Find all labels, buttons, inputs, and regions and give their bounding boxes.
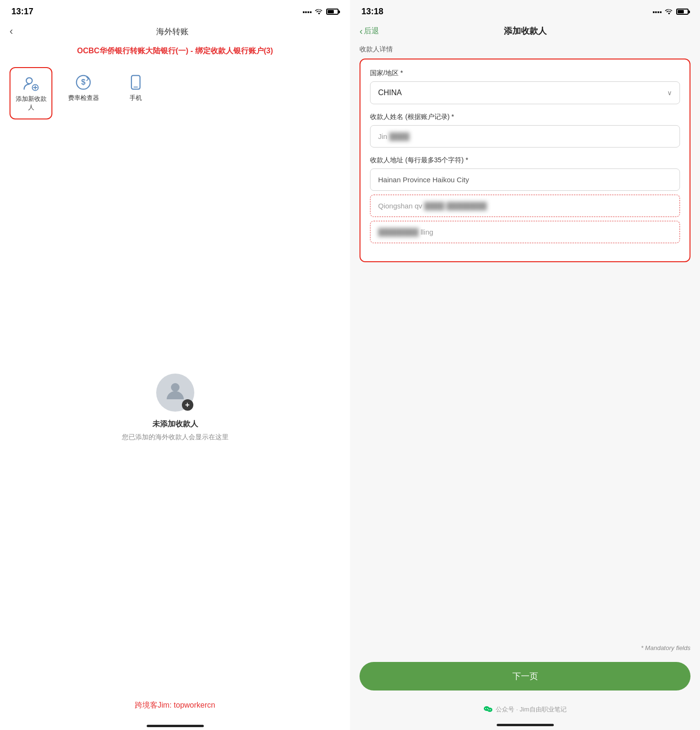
address-line3-blurred-1: ████████ [378, 228, 419, 236]
name-input[interactable]: Jin ████ [370, 125, 680, 148]
country-value: CHINA [378, 89, 402, 97]
phone-label: 手机 [130, 94, 142, 102]
right-back-arrow-icon: ‹ [360, 26, 363, 37]
right-nav: ‹ 后退 添加收款人 [350, 21, 700, 40]
rate-checker-button[interactable]: $ 费率检查器 [62, 67, 105, 119]
country-field-group: 国家/地区 * CHINA ∨ [370, 69, 680, 104]
svg-point-13 [489, 710, 490, 710]
name-blurred: ████ [389, 132, 410, 140]
right-status-time: 13:18 [361, 7, 383, 17]
next-button-container: 下一页 [350, 654, 700, 700]
svg-text:$: $ [81, 78, 85, 86]
country-select[interactable]: CHINA ∨ [370, 81, 680, 104]
form-card: 国家/地区 * CHINA ∨ 收款人姓名 (根据账户记录) * Jin ███… [360, 59, 690, 262]
footer-text: 公众号 · Jim自由职业笔记 [496, 705, 566, 714]
left-status-bar: 13:17 ▪▪▪▪ [0, 0, 350, 21]
right-back-button[interactable]: ‹ 后退 [360, 26, 379, 37]
address-label: 收款人地址 (每行最多35个字符) * [370, 156, 680, 165]
add-new-payee-label: 添加新收款人 [15, 95, 47, 112]
name-field-group: 收款人姓名 (根据账户记录) * Jin ████ [370, 113, 680, 148]
address-line1-input[interactable]: Hainan Province Haikou City [370, 168, 680, 191]
left-status-icons: ▪▪▪▪ [302, 8, 339, 16]
person-add-icon [22, 75, 40, 92]
name-label: 收款人姓名 (根据账户记录) * [370, 113, 680, 121]
wechat-icon [483, 705, 493, 714]
right-battery-icon [676, 9, 689, 15]
svg-point-11 [485, 708, 486, 709]
right-content: 收款人详情 国家/地区 * CHINA ∨ 收款人姓名 (根据账户记录) * J… [350, 40, 700, 641]
address-field-group: 收款人地址 (每行最多35个字符) * Hainan Province Haik… [370, 156, 680, 243]
left-nav-title: 海外转账 [19, 26, 326, 37]
svg-point-0 [26, 78, 32, 84]
svg-point-12 [487, 708, 488, 709]
right-signal-icon: ▪▪▪▪ [652, 8, 662, 16]
avatar-circle: + [156, 374, 194, 412]
mandatory-note: * Mandatory fields [350, 641, 700, 654]
left-nav: ‹ 海外转账 [0, 21, 350, 41]
right-wifi-icon [665, 8, 673, 16]
phone-button[interactable]: 手机 [114, 67, 157, 119]
right-panel: 13:18 ▪▪▪▪ ‹ 后退 添加收款人 收款人详情 国家/地区 * [350, 0, 700, 730]
country-label: 国家/地区 * [370, 69, 680, 78]
svg-point-14 [490, 710, 491, 710]
right-nav-title: 添加收款人 [504, 25, 547, 37]
promo-text: 跨境客Jim: topworkercn [0, 691, 350, 720]
signal-icon: ▪▪▪▪ [302, 8, 312, 16]
left-panel: 13:17 ▪▪▪▪ ‹ 海外转账 OCBC华侨银行转账大陆银行(一) - 绑定… [0, 0, 350, 730]
next-button[interactable]: 下一页 [360, 662, 690, 691]
address-line3-input[interactable]: ████████ lling [370, 221, 680, 243]
left-status-time: 13:17 [11, 7, 33, 17]
home-bar-left [147, 725, 204, 727]
address-line2-input[interactable]: Qiongshan qv ████ ████████ [370, 195, 680, 217]
name-visible: Jin [378, 132, 389, 140]
home-bar-right [497, 724, 554, 726]
svg-point-8 [171, 383, 180, 392]
menu-icons-row: 添加新收款人 $ 费率检查器 手机 [0, 62, 350, 124]
empty-title: 未添加收款人 [152, 419, 198, 429]
wechat-footer: 公众号 · Jim自由职业笔记 [350, 700, 700, 722]
phone-icon [127, 74, 144, 91]
add-new-payee-button[interactable]: 添加新收款人 [10, 67, 52, 119]
section-label: 收款人详情 [360, 45, 690, 54]
address-line2-blurred: ████ ████████ [424, 202, 487, 210]
address-line2-text: Qiongshan qv [378, 202, 424, 210]
rate-checker-label: 费率检查器 [68, 94, 99, 102]
right-back-label: 后退 [364, 26, 379, 36]
empty-contact-area: + 未添加收款人 您已添加的海外收款人会显示在这里 [0, 124, 350, 691]
right-status-icons: ▪▪▪▪ [652, 8, 689, 16]
money-circle-icon: $ [75, 74, 92, 91]
wifi-icon [315, 8, 323, 16]
avatar-plus-badge: + [182, 399, 193, 411]
red-title: OCBC华侨银行转账大陆银行(一) - 绑定收款人银行账户(3) [0, 41, 350, 62]
battery-icon [326, 9, 339, 15]
address-line3-text: lling [420, 228, 433, 236]
empty-subtitle: 您已添加的海外收款人会显示在这里 [122, 433, 229, 442]
left-back-button[interactable]: ‹ [10, 25, 13, 38]
right-status-bar: 13:18 ▪▪▪▪ [350, 0, 700, 21]
chevron-down-icon: ∨ [667, 89, 672, 97]
